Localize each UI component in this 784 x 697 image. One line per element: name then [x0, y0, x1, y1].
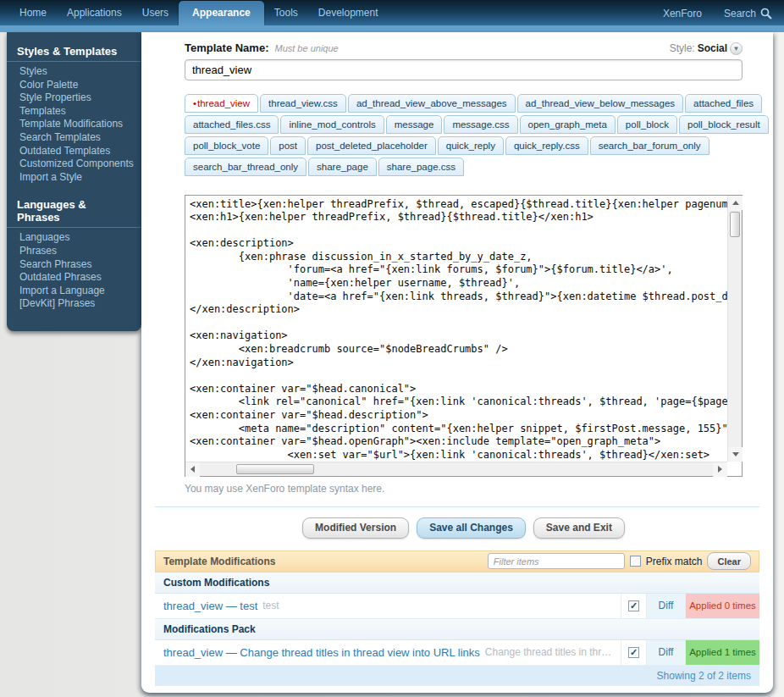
tab-search_bar_thread_only[interactable]: search_bar_thread_only [185, 158, 306, 176]
syntax-hint: You may use XenForo template syntax here… [185, 483, 743, 495]
tab-message.css[interactable]: message.css [444, 115, 517, 134]
sidebar-item-outdated-phrases[interactable]: Outdated Phrases [7, 271, 141, 285]
template-name-input[interactable] [185, 59, 743, 80]
prefix-match-label: Prefix match [646, 556, 703, 567]
scroll-left-icon[interactable] [185, 462, 200, 477]
filter-items-input[interactable] [488, 553, 625, 569]
modification-link[interactable]: thread_view — Change thread titles in th… [163, 646, 480, 659]
enabled-cell: ✓ [621, 640, 646, 665]
sidebar-group-title: Styles & Templates [7, 42, 141, 62]
template-modifications-header: Template Modifications Prefix match Clea… [155, 550, 759, 573]
chevron-down-icon[interactable]: ▼ [730, 42, 743, 55]
tab-thread_view[interactable]: •thread_view [185, 94, 258, 113]
sidebar-item-styles[interactable]: Styles [7, 65, 141, 79]
modification-row-main: thread_view — Change thread titles in th… [155, 640, 621, 665]
diff-link[interactable]: Diff [646, 640, 685, 665]
modification-row: thread_view — testtest✓DiffApplied 0 tim… [155, 594, 759, 619]
sidebar-item--devkit-phrases[interactable]: [DevKit] Phrases [7, 297, 141, 311]
sidebar-item-search-phrases[interactable]: Search Phrases [7, 258, 141, 272]
tab-attached_files[interactable]: attached_files [685, 94, 762, 113]
nav-items: HomeApplicationsUsersAppearanceToolsDeve… [0, 0, 663, 25]
sidebar-item-outdated-templates[interactable]: Outdated Templates [7, 145, 141, 158]
nav-item-appearance[interactable]: Appearance [179, 1, 264, 25]
modifications-section-title: Custom Modifications [155, 573, 759, 594]
tab-attached_files.css[interactable]: attached_files.css [185, 115, 279, 134]
sidebar-item-style-properties[interactable]: Style Properties [7, 91, 141, 105]
tab-ad_thread_view_above_messages[interactable]: ad_thread_view_above_messages [348, 94, 516, 113]
style-label: Style: [670, 42, 695, 54]
template-code[interactable]: <xen:title>{xen:helper threadPrefix, $th… [185, 196, 727, 462]
code-editor[interactable]: <xen:title>{xen:helper threadPrefix, $th… [185, 195, 743, 477]
search-link[interactable]: Search [724, 8, 772, 19]
save-and-exit-button[interactable]: Save and Exit [533, 517, 625, 539]
modifications-title: Template Modifications [163, 556, 483, 567]
sidebar-item-templates[interactable]: Templates [7, 105, 141, 119]
action-buttons: Modified Version Save all Changes Save a… [185, 517, 743, 539]
horizontal-scrollbar[interactable] [185, 462, 727, 476]
scroll-down-icon[interactable] [728, 447, 743, 462]
style-chooser[interactable]: Style: Social ▼ [670, 42, 743, 55]
vertical-scroll-thumb[interactable] [730, 212, 740, 237]
sidebar-item-search-templates[interactable]: Search Templates [7, 131, 141, 145]
tab-thread_view.css[interactable]: thread_view.css [260, 94, 346, 113]
tab-open_graph_meta[interactable]: open_graph_meta [520, 115, 616, 134]
tab-poll_block[interactable]: poll_block [617, 115, 677, 134]
diff-link[interactable]: Diff [646, 594, 685, 618]
modification-enabled-checkbox[interactable]: ✓ [628, 600, 639, 611]
template-name-field-wrap [185, 59, 743, 80]
search-label: Search [724, 8, 756, 19]
sidebar-item-template-modifications[interactable]: Template Modifications [7, 118, 141, 131]
vertical-scrollbar[interactable] [727, 196, 742, 462]
nav-item-applications[interactable]: Applications [57, 1, 132, 25]
tab-post[interactable]: post [270, 136, 306, 155]
sidebar-item-color-palette[interactable]: Color Palette [7, 79, 141, 92]
modification-description: Change thread titles in thread [485, 646, 612, 658]
nav-item-tools[interactable]: Tools [264, 1, 308, 25]
sidebar-item-import-a-language[interactable]: Import a Language [7, 285, 141, 298]
nav-item-development[interactable]: Development [308, 1, 389, 25]
tab-share_page[interactable]: share_page [308, 158, 377, 176]
sidebar-item-import-a-style[interactable]: Import a Style [7, 171, 141, 185]
template-tabs: •thread_viewthread_view.cssad_thread_vie… [185, 94, 743, 176]
nav-right: XenForo Search [663, 8, 784, 25]
nav-sub-strip [0, 25, 784, 32]
tab-search_bar_forum_only[interactable]: search_bar_forum_only [590, 136, 709, 155]
modification-link[interactable]: thread_view — test [163, 600, 257, 612]
sidebar-item-languages[interactable]: Languages [7, 231, 141, 245]
tab-row: search_bar_thread_onlyshare_pageshare_pa… [185, 158, 743, 176]
clear-button[interactable]: Clear [707, 552, 751, 570]
prefix-match-checkbox[interactable] [630, 556, 641, 567]
tab-row: •thread_viewthread_view.cssad_thread_vie… [185, 94, 743, 113]
divider [155, 506, 759, 507]
admin-page: HomeApplicationsUsersAppearanceToolsDeve… [0, 0, 784, 697]
tab-post_deleted_placeholder[interactable]: post_deleted_placeholder [307, 136, 436, 155]
tab-poll_block_result[interactable]: poll_block_result [679, 115, 769, 134]
sidebar-item-phrases[interactable]: Phrases [7, 245, 141, 258]
scroll-up-icon[interactable] [728, 196, 743, 210]
tab-inline_mod_controls[interactable]: inline_mod_controls [280, 115, 384, 134]
horizontal-scroll-thumb[interactable] [236, 464, 314, 474]
style-value: Social [698, 42, 727, 54]
modified-marker-icon: • [193, 98, 196, 108]
modification-row: thread_view — Change thread titles in th… [155, 640, 759, 666]
tab-poll_block_vote[interactable]: poll_block_vote [185, 136, 268, 155]
tab-quick_reply.css[interactable]: quick_reply.css [505, 136, 588, 155]
sidebar-item-customized-components[interactable]: Customized Components [7, 158, 141, 171]
applied-count-badge: Applied 1 times [685, 640, 759, 665]
template-modifications-panel: Template Modifications Prefix match Clea… [155, 550, 759, 686]
scroll-right-icon[interactable] [713, 462, 727, 477]
save-all-changes-button[interactable]: Save all Changes [417, 517, 526, 539]
brand-link[interactable]: XenForo [663, 8, 702, 19]
modification-enabled-checkbox[interactable]: ✓ [628, 647, 639, 658]
tab-quick_reply[interactable]: quick_reply [438, 136, 504, 155]
sidebar: Styles & TemplatesStylesColor PaletteSty… [7, 32, 141, 331]
modifications-footer: Showing 2 of 2 items [155, 666, 759, 686]
sidebar-group-title: Languages & Phrases [7, 196, 141, 228]
tab-message[interactable]: message [386, 115, 443, 134]
nav-item-users[interactable]: Users [132, 1, 179, 25]
tab-share_page.css[interactable]: share_page.css [378, 158, 464, 176]
tab-ad_thread_view_below_messages[interactable]: ad_thread_view_below_messages [517, 94, 683, 113]
nav-item-home[interactable]: Home [9, 1, 57, 25]
modified-version-button[interactable]: Modified Version [302, 517, 409, 539]
template-name-hint: Must be unique [274, 43, 338, 53]
